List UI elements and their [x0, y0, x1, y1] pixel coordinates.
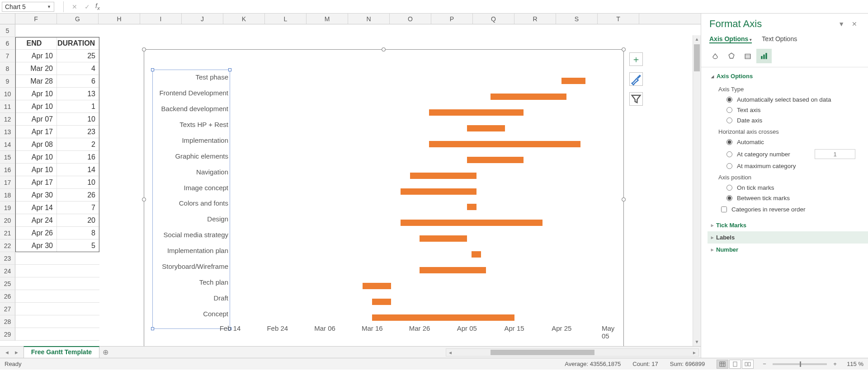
opt-hax-max[interactable]: At maximum category: [718, 161, 863, 171]
row-header[interactable]: 16: [0, 164, 15, 176]
column-header[interactable]: G: [57, 14, 99, 24]
column-header[interactable]: S: [556, 14, 598, 24]
hscroll-thumb[interactable]: [491, 350, 594, 355]
column-header[interactable]: O: [390, 14, 431, 24]
vertical-scrollbar[interactable]: ▲ ▼: [693, 35, 701, 346]
view-page-layout-button[interactable]: [729, 360, 741, 369]
column-header[interactable]: J: [182, 14, 223, 24]
cell[interactable]: Apr 24: [15, 214, 57, 226]
cell[interactable]: Apr 10: [15, 164, 57, 176]
cell[interactable]: Apr 30: [15, 189, 57, 201]
row-header[interactable]: 29: [0, 328, 15, 341]
opt-axis-type-text[interactable]: Text axis: [718, 105, 863, 115]
gantt-bar[interactable]: [467, 204, 476, 210]
scroll-up-button[interactable]: ▲: [693, 35, 701, 43]
cell[interactable]: Apr 10: [15, 100, 57, 112]
section-labels[interactable]: Labels: [708, 231, 868, 244]
cell[interactable]: 14: [57, 164, 99, 176]
row-header[interactable]: 24: [0, 265, 15, 277]
view-normal-button[interactable]: [717, 360, 728, 369]
zoom-in-button[interactable]: +: [831, 361, 839, 367]
gantt-bar[interactable]: [410, 173, 476, 179]
row-header[interactable]: 17: [0, 176, 15, 189]
scroll-thumb[interactable]: [694, 44, 700, 71]
axis-options-icon[interactable]: [756, 49, 772, 63]
cell[interactable]: 10: [57, 113, 99, 125]
row-header[interactable]: 20: [0, 214, 15, 227]
cell[interactable]: Apr 26: [15, 227, 57, 239]
column-header[interactable]: Q: [473, 14, 514, 24]
cell[interactable]: 23: [57, 126, 99, 138]
row-header[interactable]: 13: [0, 126, 15, 138]
column-header[interactable]: K: [223, 14, 265, 24]
section-tick-marks[interactable]: Tick Marks: [708, 219, 868, 231]
tab-nav-next[interactable]: ►: [14, 350, 19, 355]
opt-axispos-ontick[interactable]: On tick marks: [718, 183, 863, 193]
cell[interactable]: 26: [57, 189, 99, 201]
chart-styles-button[interactable]: [629, 72, 643, 86]
row-header[interactable]: 23: [0, 252, 15, 265]
gantt-bar[interactable]: [420, 267, 486, 273]
gantt-bar[interactable]: [429, 109, 524, 116]
row-header[interactable]: 28: [0, 315, 15, 328]
panel-options-button[interactable]: ▼: [835, 19, 848, 29]
zoom-level[interactable]: 115 %: [847, 361, 863, 367]
chk-reverse-categories[interactable]: Categories in reverse order: [718, 203, 863, 215]
column-header[interactable]: P: [431, 14, 473, 24]
cell[interactable]: Apr 17: [15, 126, 57, 138]
effects-icon[interactable]: [724, 49, 739, 63]
opt-axis-type-auto[interactable]: Automatically select based on data: [718, 94, 863, 105]
chevron-down-icon[interactable]: ▼: [47, 5, 51, 9]
cell[interactable]: Apr 10: [15, 88, 57, 100]
zoom-out-button[interactable]: −: [761, 361, 768, 367]
tab-axis-options[interactable]: Axis Options▾: [709, 35, 752, 43]
fill-line-icon[interactable]: [708, 49, 723, 63]
cell[interactable]: Apr 17: [15, 176, 57, 188]
gantt-bar[interactable]: [420, 235, 467, 242]
formula-cancel-button[interactable]: ✕: [68, 3, 81, 10]
column-header[interactable]: N: [348, 14, 390, 24]
section-axis-options[interactable]: Axis Options: [708, 70, 868, 82]
cell[interactable]: Apr 10: [15, 50, 57, 62]
sheet-tab-active[interactable]: Free Gantt Template: [24, 346, 99, 358]
gantt-bar[interactable]: [372, 299, 391, 305]
cell[interactable]: 2: [57, 138, 99, 150]
size-properties-icon[interactable]: [740, 49, 755, 63]
gantt-bar[interactable]: [467, 157, 524, 163]
gantt-bar[interactable]: [491, 94, 566, 100]
cell[interactable]: 20: [57, 214, 99, 226]
cell[interactable]: 4: [57, 62, 99, 75]
opt-axis-type-date[interactable]: Date axis: [718, 115, 863, 126]
cell[interactable]: 1: [57, 100, 99, 112]
column-header[interactable]: H: [99, 14, 140, 24]
gantt-bar[interactable]: [429, 141, 580, 147]
hscroll-right[interactable]: ►: [690, 350, 698, 355]
chart-plot-area[interactable]: [230, 73, 609, 325]
gantt-chart-object[interactable]: Test phaseFrontend DevelopmentBackend de…: [144, 49, 624, 346]
opt-hax-catnum[interactable]: At category number: [718, 147, 863, 161]
row-header[interactable]: 26: [0, 290, 15, 303]
cell[interactable]: 5: [57, 239, 99, 252]
formula-accept-button[interactable]: ✓: [81, 3, 94, 10]
cell[interactable]: 6: [57, 75, 99, 87]
column-header[interactable]: T: [598, 14, 639, 24]
spreadsheet-grid[interactable]: FGHIJKLMNOPQRST 567891011121314151617181…: [0, 14, 701, 358]
gantt-bar[interactable]: [467, 125, 505, 131]
row-header[interactable]: 19: [0, 202, 15, 214]
name-box[interactable]: Chart 5 ▼: [2, 2, 54, 12]
section-number[interactable]: Number: [708, 244, 868, 256]
cell[interactable]: 10: [57, 176, 99, 188]
cell[interactable]: 25: [57, 50, 99, 62]
cell[interactable]: Apr 08: [15, 138, 57, 150]
gantt-bar[interactable]: [561, 78, 585, 84]
gantt-bar[interactable]: [372, 314, 514, 321]
cell[interactable]: Mar 28: [15, 75, 57, 87]
zoom-slider[interactable]: [773, 363, 827, 365]
row-header[interactable]: 15: [0, 151, 15, 164]
column-header[interactable]: M: [307, 14, 348, 24]
horizontal-scrollbar[interactable]: ◄ ►: [446, 348, 699, 356]
cell[interactable]: Apr 14: [15, 202, 57, 214]
hax-category-number-input[interactable]: [815, 149, 855, 159]
chart-filters-button[interactable]: [629, 92, 643, 106]
row-header[interactable]: 6: [0, 37, 15, 50]
